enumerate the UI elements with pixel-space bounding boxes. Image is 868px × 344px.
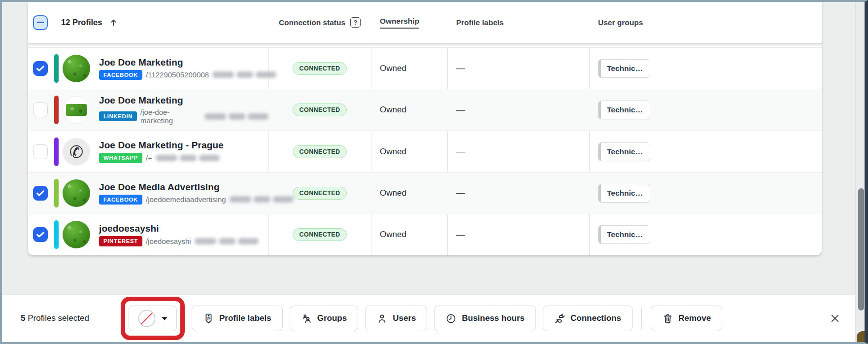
trash-icon: [662, 313, 673, 324]
connection-status-badge: CONNECTED: [293, 145, 347, 158]
row-checkbox[interactable]: [33, 61, 48, 76]
user-group-chip[interactable]: Technic…: [598, 225, 650, 244]
redacted-phone-number: [230, 196, 294, 203]
profile-avatar: [63, 179, 90, 207]
row-checkbox[interactable]: [33, 186, 48, 201]
button-label: Connections: [570, 313, 621, 323]
redacted-phone-number: [195, 238, 259, 244]
connection-status-badge: CONNECTED: [293, 103, 347, 116]
profiles-table-card: 12 Profiles Connection status ? Ownershi…: [28, 2, 822, 255]
close-icon: [830, 313, 840, 324]
profile-name: joedoesayshi: [99, 223, 259, 234]
user-group-chip[interactable]: Technic…: [598, 184, 650, 203]
profile-color-bar: [54, 138, 59, 166]
profile-color-picker-wrap: [129, 306, 177, 331]
profile-color-bar: [54, 96, 59, 124]
profile-avatar: [63, 55, 90, 82]
footer-divider: [641, 308, 642, 329]
connection-status-badge: CONNECTED: [293, 187, 347, 200]
user-group-label: Technic…: [607, 105, 643, 114]
ownership-value: Owned: [371, 64, 447, 73]
users-button[interactable]: Users: [365, 306, 427, 331]
profile-name: Joe Doe Marketing: [99, 95, 268, 106]
user-group-label: Technic…: [607, 64, 643, 72]
close-bulk-bar-button[interactable]: [828, 311, 842, 326]
button-label: Profile labels: [219, 313, 271, 323]
check-icon: [35, 63, 46, 74]
platform-badge: FACEBOOK: [99, 195, 142, 205]
bulk-actions-bar: 5 Profiles selected Profile labelsGroups…: [2, 294, 855, 342]
profile-labels-value: —: [447, 146, 589, 157]
ownership-value: Owned: [371, 147, 447, 157]
platform-badge: LINKEDIN: [99, 111, 137, 121]
profile-color-bar: [54, 54, 59, 83]
profile-avatar: [63, 221, 90, 248]
profile-handle: /112290505209008: [146, 70, 209, 79]
profile-label-tag-icon: [203, 313, 214, 324]
table-body: Joe Doe Marketing FACEBOOK /112290505209…: [28, 48, 822, 255]
help-icon[interactable]: ?: [350, 17, 361, 28]
profile-color-bar: [54, 220, 59, 249]
select-all-checkbox[interactable]: [33, 15, 48, 30]
user-group-chip[interactable]: Technic…: [598, 101, 650, 119]
table-row: ✆ Joe Doe Marketing - Prague WHATSAPP /+…: [28, 131, 822, 172]
remove-button[interactable]: Remove: [651, 306, 722, 331]
platform-badge: PINTEREST: [99, 236, 142, 246]
column-header-ownership[interactable]: Ownership: [380, 17, 419, 29]
scrolled-row-sliver: [28, 43, 822, 48]
platform-badge: WHATSAPP: [99, 153, 142, 163]
selected-count-label: 5 Profiles selected: [21, 313, 89, 323]
chevron-down-icon: [162, 317, 167, 320]
column-header-connection-status[interactable]: Connection status: [279, 18, 345, 27]
platform-badge: FACEBOOK: [99, 70, 142, 80]
ownership-value: Owned: [371, 105, 447, 115]
button-label: Users: [393, 313, 416, 323]
connections-button[interactable]: Connections: [543, 306, 633, 331]
profiles-table-screen: 12 Profiles Connection status ? Ownershi…: [0, 0, 868, 344]
row-checkbox[interactable]: [33, 144, 48, 159]
button-label: Groups: [317, 313, 347, 323]
user-group-chip[interactable]: Technic…: [598, 142, 650, 161]
row-checkbox[interactable]: [33, 227, 48, 242]
table-row: joedoesayshi PINTEREST /joedoesayshi CON…: [28, 214, 822, 255]
business-hours-button[interactable]: Business hours: [434, 306, 536, 331]
profile-handle: /joe-doe-marketing: [140, 108, 201, 125]
user-group-label: Technic…: [607, 147, 643, 156]
profile-handle: /joedoesayshi: [146, 237, 191, 245]
profile-labels-value: —: [447, 105, 589, 115]
user-group-label: Technic…: [607, 189, 643, 197]
button-label: Business hours: [462, 313, 525, 323]
check-icon: [35, 188, 46, 199]
profile-color-bar: [54, 179, 59, 207]
column-header-user-groups[interactable]: User groups: [598, 18, 643, 27]
redacted-phone-number: [212, 71, 276, 78]
profiles-count-label: 12 Profiles: [61, 18, 102, 27]
profile-labels-button[interactable]: Profile labels: [192, 306, 283, 331]
connection-status-badge: CONNECTED: [293, 62, 347, 75]
table-header-row: 12 Profiles Connection status ? Ownershi…: [28, 2, 822, 43]
redacted-phone-number: [156, 155, 220, 161]
user-icon: [376, 313, 388, 324]
redacted-phone-number: [204, 113, 268, 120]
indeterminate-minus-icon: [37, 22, 44, 23]
table-row: Joe Doe Marketing LINKEDIN /joe-doe-mark…: [28, 89, 822, 131]
profile-name: Joe Doe Media Advertising: [99, 182, 294, 193]
profile-labels-value: —: [447, 188, 589, 198]
clock-icon: [445, 313, 457, 324]
plug-icon: [554, 313, 566, 324]
row-checkbox[interactable]: [33, 103, 48, 117]
ownership-value: Owned: [371, 188, 447, 198]
profile-handle: /+: [146, 154, 152, 162]
profile-name: Joe Doe Marketing: [99, 57, 276, 68]
user-group-label: Technic…: [607, 230, 643, 239]
column-header-profile-labels[interactable]: Profile labels: [456, 18, 503, 27]
ownership-value: Owned: [371, 230, 447, 240]
profile-avatar: [63, 96, 90, 124]
sort-ascending-icon[interactable]: [109, 18, 118, 27]
groups-button[interactable]: Groups: [290, 306, 358, 331]
vertical-scrollbar-thumb[interactable]: [858, 188, 864, 310]
profile-color-picker-button[interactable]: [129, 306, 177, 331]
connection-status-badge: CONNECTED: [293, 228, 347, 241]
user-group-chip[interactable]: Technic…: [598, 59, 650, 78]
table-row: Joe Doe Media Advertising FACEBOOK /joed…: [28, 172, 822, 214]
